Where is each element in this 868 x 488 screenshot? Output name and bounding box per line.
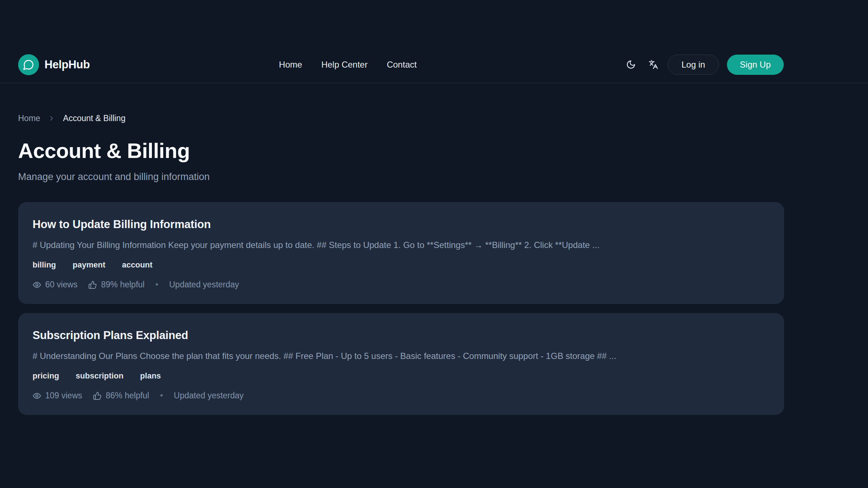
- article-excerpt: # Updating Your Billing Information Keep…: [33, 240, 770, 250]
- main-content: Home Account & Billing Account & Billing…: [18, 114, 784, 415]
- article-title: How to Update Billing Information: [33, 218, 770, 231]
- dot-separator: •: [160, 391, 163, 401]
- page-subtitle: Manage your account and billing informat…: [18, 171, 784, 183]
- tag: pricing: [33, 371, 59, 381]
- updated-label: Updated yesterday: [169, 280, 239, 290]
- views-label: 109 views: [45, 391, 82, 401]
- helpful-label: 86% helpful: [106, 391, 149, 401]
- header-actions: Log in Sign Up: [623, 55, 784, 75]
- login-button[interactable]: Log in: [668, 55, 719, 75]
- helpful-stat: 86% helpful: [93, 391, 149, 401]
- updated-label: Updated yesterday: [174, 391, 244, 401]
- message-bubble-icon: [23, 59, 34, 70]
- breadcrumb: Home Account & Billing: [18, 114, 784, 123]
- dot-separator: •: [156, 280, 158, 290]
- page-title: Account & Billing: [18, 138, 784, 163]
- breadcrumb-home[interactable]: Home: [18, 114, 40, 123]
- signup-button[interactable]: Sign Up: [727, 55, 784, 75]
- thumbs-up-icon: [88, 281, 97, 289]
- brand-name: HelpHub: [44, 58, 90, 71]
- helpful-stat: 89% helpful: [88, 280, 144, 290]
- tag: plans: [140, 371, 161, 381]
- article-excerpt: # Understanding Our Plans Choose the pla…: [33, 351, 770, 361]
- article-meta: 60 views 89% helpful • Updated yesterday: [33, 280, 770, 290]
- moon-icon: [626, 60, 636, 69]
- languages-icon: [648, 60, 658, 69]
- views-stat: 109 views: [33, 391, 82, 401]
- main-nav: Home Help Center Contact: [279, 60, 417, 70]
- article-card-subscription-plans[interactable]: Subscription Plans Explained # Understan…: [18, 313, 784, 415]
- helpful-label: 89% helpful: [101, 280, 144, 290]
- language-button[interactable]: [645, 57, 661, 73]
- article-meta: 109 views 86% helpful • Updated yesterda…: [33, 391, 770, 401]
- chevron-right-icon: [48, 115, 55, 122]
- eye-icon: [33, 281, 41, 289]
- nav-home[interactable]: Home: [279, 60, 302, 70]
- thumbs-up-icon: [93, 391, 102, 400]
- views-stat: 60 views: [33, 280, 77, 290]
- tag: account: [122, 260, 152, 270]
- article-tags: billing payment account: [33, 260, 770, 270]
- article-list: How to Update Billing Information # Upda…: [18, 202, 784, 415]
- article-card-billing-info[interactable]: How to Update Billing Information # Upda…: [18, 202, 784, 304]
- article-title: Subscription Plans Explained: [33, 329, 770, 342]
- tag: billing: [33, 260, 56, 270]
- eye-icon: [33, 391, 41, 400]
- brand-logo[interactable]: HelpHub: [18, 54, 90, 75]
- site-header: HelpHub Home Help Center Contact Log in …: [0, 0, 868, 83]
- views-label: 60 views: [45, 280, 77, 290]
- article-tags: pricing subscription plans: [33, 371, 770, 381]
- nav-contact[interactable]: Contact: [387, 60, 417, 70]
- tag: payment: [73, 260, 105, 270]
- logo-circle: [18, 54, 39, 75]
- breadcrumb-current: Account & Billing: [63, 114, 125, 123]
- theme-toggle-button[interactable]: [623, 57, 639, 73]
- nav-help-center[interactable]: Help Center: [321, 60, 367, 70]
- tag: subscription: [76, 371, 123, 381]
